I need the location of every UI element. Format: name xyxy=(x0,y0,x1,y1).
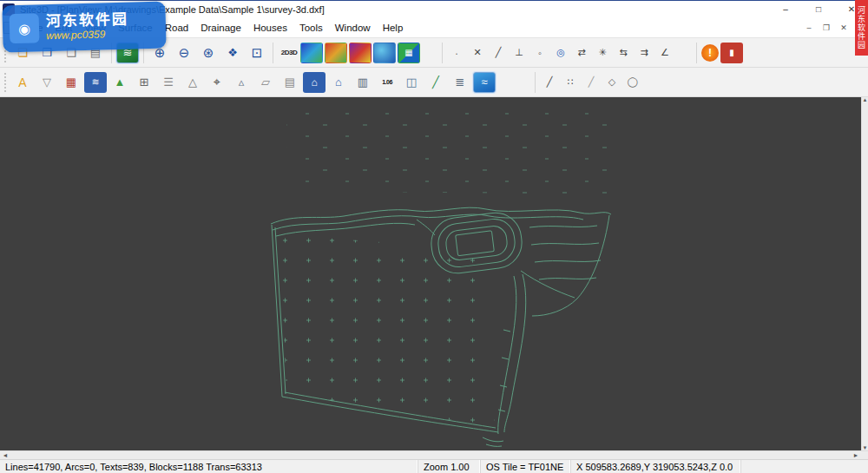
snap-toolbar-group: ∙✕╱⊥◦◎⇄✳⇆⇉∠ xyxy=(447,43,674,62)
point-table-icon[interactable]: ⊞ xyxy=(133,72,155,93)
maximize-button[interactable]: □ xyxy=(802,1,835,17)
cross-sections-icon[interactable]: ▤ xyxy=(279,72,301,93)
survey-drawing xyxy=(0,97,861,450)
draw-line-icon[interactable]: ╱ xyxy=(540,73,559,92)
plan-3d-toggle-icon[interactable]: 2D3D xyxy=(278,43,300,63)
stack-icon[interactable]: ☰ xyxy=(157,72,180,93)
help-icon[interactable]: ! xyxy=(701,44,719,62)
horizontal-scroll-track[interactable] xyxy=(10,451,851,459)
tin-model-icon[interactable]: △ xyxy=(181,72,204,93)
toolbar-separator xyxy=(696,43,697,63)
snap-ortho-icon[interactable]: ⇆ xyxy=(614,43,633,62)
house-icon[interactable]: ⌂ xyxy=(327,72,350,93)
circle-tool-icon[interactable]: ◯ xyxy=(623,73,642,92)
status-entity-counts: Lines=41790, Arcs=0, Texts=839, Blocks=1… xyxy=(0,460,418,473)
slope-icon[interactable]: ╱ xyxy=(424,72,447,93)
menu-item-window[interactable]: Window xyxy=(329,20,377,36)
zoom-out-icon[interactable]: ⊖ xyxy=(173,43,195,63)
menu-item-help[interactable]: Help xyxy=(377,20,410,36)
survey-station-icon[interactable]: ⌖ xyxy=(206,72,228,93)
render-toolbar-group: ▦ xyxy=(300,43,420,63)
construction-line-icon[interactable]: ╱ xyxy=(582,73,601,92)
level-label-icon[interactable]: 1.06 xyxy=(376,72,398,93)
globe-view-icon[interactable] xyxy=(373,43,396,63)
status-os-tile: OS Tile = TF01NE xyxy=(481,460,571,473)
filter-icon[interactable]: ▽ xyxy=(36,72,58,93)
status-bar: Lines=41790, Arcs=0, Texts=839, Blocks=1… xyxy=(0,459,868,473)
solid-box-icon[interactable]: ◫ xyxy=(400,72,423,93)
scroll-left-icon[interactable]: ◄ xyxy=(0,452,10,458)
analysis-shade-icon[interactable] xyxy=(349,43,372,63)
mdi-restore-button[interactable]: ❐ xyxy=(818,23,835,32)
window-controls: – □ ✕ xyxy=(769,1,868,17)
snap-nearest-icon[interactable]: ╱ xyxy=(489,43,508,62)
menu-item-drainage[interactable]: Drainage xyxy=(194,20,247,36)
strata-icon[interactable]: ≣ xyxy=(449,72,471,93)
zoom-extents-icon[interactable]: ⊛ xyxy=(197,43,220,63)
scroll-up-icon[interactable]: ▲ xyxy=(863,97,868,102)
mdi-minimize-button[interactable]: – xyxy=(800,23,818,32)
crossing-sign-icon[interactable]: ≋ xyxy=(84,72,107,93)
house-import-icon[interactable]: ⌂ xyxy=(303,72,326,93)
tile-view-icon[interactable]: ▦ xyxy=(398,43,420,63)
toolbar-separator xyxy=(535,72,536,93)
contour-shade-icon[interactable] xyxy=(300,43,323,63)
snap-node-icon[interactable]: ∙ xyxy=(447,43,466,62)
pan-icon[interactable]: ❖ xyxy=(221,43,244,63)
snap-parallel-icon[interactable]: ⇉ xyxy=(635,43,654,62)
snap-center-icon[interactable]: ◎ xyxy=(551,43,570,62)
toolbar-grip[interactable] xyxy=(4,73,8,92)
terrain-icon[interactable]: ▲ xyxy=(108,72,131,93)
toolbox-icon[interactable]: ▦ xyxy=(60,72,82,93)
watermark-url: www.pc0359 xyxy=(46,29,128,43)
elevation-shade-icon[interactable] xyxy=(325,43,347,63)
point-marks-icon[interactable]: ∷ xyxy=(561,73,580,92)
snap-intersection-icon[interactable]: ✕ xyxy=(468,43,487,62)
manual-icon[interactable]: ▮ xyxy=(720,43,743,63)
snap-perpendicular-icon[interactable]: ⊥ xyxy=(510,43,529,62)
help-toolbar-group: !▮ xyxy=(701,43,743,63)
vertical-scrollbar[interactable]: ▲ ▼ xyxy=(861,97,868,450)
status-zoom-level: Zoom 1.00 xyxy=(418,460,481,473)
watermark-banner: ◉ 河东软件园 www.pc0359 xyxy=(2,2,166,53)
site3d-window: Site3D - [PlanView: M:\drawings\Example … xyxy=(0,0,868,473)
watermark-side-banner: 河东软件园 xyxy=(855,0,868,56)
menu-item-houses[interactable]: Houses xyxy=(247,20,293,36)
status-spare xyxy=(741,460,868,473)
horizontal-scrollbar[interactable]: ◄ ► xyxy=(0,450,868,459)
measure-angle-icon[interactable]: ∠ xyxy=(655,43,674,62)
snap-snowflake-icon[interactable]: ✳ xyxy=(593,43,612,62)
toolbar-separator xyxy=(442,43,443,63)
scrollbar-corner xyxy=(861,451,868,459)
snap-midpoint-icon[interactable]: ◦ xyxy=(530,43,549,62)
annotation-style-icon[interactable]: A xyxy=(11,72,34,93)
mdi-window-controls: – ❐ ✕ xyxy=(800,23,852,32)
watermark-site-name: 河东软件园 xyxy=(46,11,128,30)
drawing-canvas[interactable]: ▲ ▼ xyxy=(0,97,868,450)
scroll-down-icon[interactable]: ▼ xyxy=(863,445,868,450)
view-toggle-group: 2D3D xyxy=(278,43,300,63)
draw-toolbar-group: ╱∷╱◇◯ xyxy=(540,73,642,92)
minimize-button[interactable]: – xyxy=(769,1,802,17)
menu-item-tools[interactable]: Tools xyxy=(293,20,329,36)
toolbar-separator xyxy=(273,43,273,63)
mdi-close-button[interactable]: ✕ xyxy=(835,23,852,32)
water-surface-icon[interactable]: ≈ xyxy=(473,72,496,93)
zoom-window-icon[interactable]: ⊡ xyxy=(246,43,268,63)
diamond-snap-icon[interactable]: ◇ xyxy=(602,73,621,92)
zoom-toolbar-group: ⊕⊖⊛❖⊡ xyxy=(148,43,268,63)
watermark-camera-icon: ◉ xyxy=(10,13,40,43)
wireframe-icon[interactable]: ▵ xyxy=(230,72,253,93)
status-coordinates: X 509583.2689,Y 319053.5243,Z 0.0 xyxy=(571,460,741,473)
plane-icon[interactable]: ▱ xyxy=(254,72,277,93)
snap-extend-icon[interactable]: ⇄ xyxy=(572,43,591,62)
scroll-right-icon[interactable]: ► xyxy=(851,452,861,458)
design-toolbar-group: A▽▦≋▲⊞☰△⌖▵▱▤⌂⌂▥1.06◫╱≣≈ xyxy=(11,72,496,93)
schedule-icon[interactable]: ▥ xyxy=(352,72,374,93)
toolbar-design: A▽▦≋▲⊞☰△⌖▵▱▤⌂⌂▥1.06◫╱≣≈ ╱∷╱◇◯ xyxy=(0,68,868,97)
